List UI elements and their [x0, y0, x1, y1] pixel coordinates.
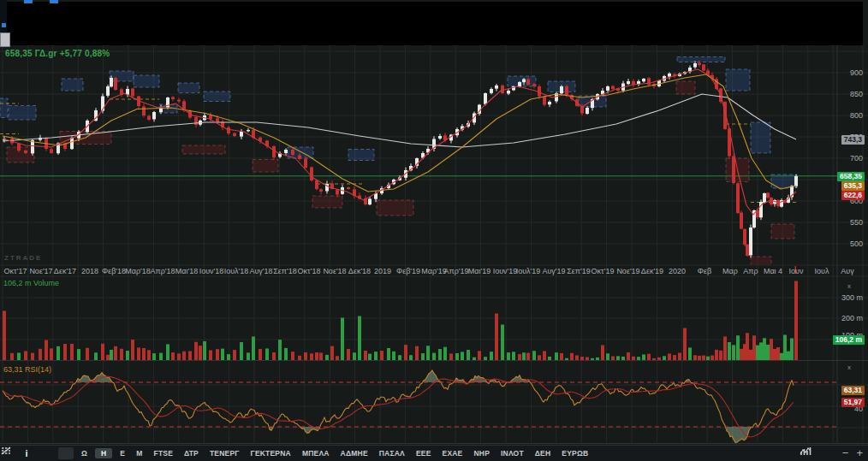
volume-value-badge: 106,2 m: [833, 335, 865, 345]
date-axis-label: Σεπ'18: [273, 267, 297, 275]
info-icon: i: [25, 448, 27, 458]
rsi-indicator-label: 63,31 RSI(14): [3, 365, 51, 374]
watchlist-icon[interactable]: [58, 447, 74, 459]
ma-fast-value-badge: 622,6: [841, 191, 865, 200]
toolbar-ticker-Ω[interactable]: Ω: [78, 448, 91, 458]
date-axis-label: Μαι'19: [468, 267, 490, 275]
toolbar-ticker-ΕΧΑΕ[interactable]: ΕΧΑΕ: [439, 448, 467, 458]
date-axis-label: Νοε'18: [323, 267, 346, 275]
zoom-out-icon[interactable]: −: [842, 447, 849, 458]
volume-pane-close-icon[interactable]: x: [845, 282, 853, 291]
date-axis-label: Αυγ'19: [542, 267, 565, 275]
date-axis-label: Μαρ'19: [421, 267, 447, 275]
toolbar-ticker-ΠΑΣΑΛ[interactable]: ΠΑΣΑΛ: [376, 448, 408, 458]
date-axis-label: Φεβ'18: [102, 267, 126, 275]
axis-tick-label: 500: [829, 239, 863, 248]
date-axis-label: Φεβ: [698, 267, 711, 275]
bottom-toolbar: iΩΗΕΜFTSEΔΤΡΤΕΝΕΡΓΓΕΚΤΕΡΝΑΜΠΕΛΑΑΔΜΗΕΠΑΣΑ…: [0, 445, 868, 461]
bar-chart-icon[interactable]: [821, 447, 835, 459]
toolbar-ticker-ΔΤΡ[interactable]: ΔΤΡ: [181, 448, 202, 458]
date-axis-label: Απρ'18: [150, 267, 175, 275]
toolbar-ticker-FTSE[interactable]: FTSE: [151, 448, 177, 458]
date-axis-label: Αυγ'18: [249, 267, 272, 275]
axis-tick-label: 700: [829, 154, 863, 163]
trading-app: 658,35 ΓΔ.gr +5,77 0,88% 106,2 m Volume …: [0, 0, 868, 461]
ticker-info: 658,35 ΓΔ.gr +5,77 0,88%: [5, 49, 110, 58]
toolbar-ticker-ΓΕΚΤΕΡΝΑ[interactable]: ΓΕΚΤΕΡΝΑ: [247, 448, 294, 458]
date-axis-label: Μαρ: [722, 267, 738, 275]
date-axis-label: Οκτ'19: [592, 267, 615, 275]
date-axis-label: Οκτ'18: [298, 267, 321, 275]
rsi-pane-close-icon[interactable]: x: [845, 363, 853, 372]
chart-canvas[interactable]: [0, 0, 868, 461]
date-axis-label: Αυγ: [841, 267, 853, 275]
rsi-value-badge: 63,31: [841, 386, 865, 395]
date-axis-label: 2019: [374, 267, 391, 275]
date-axis-label: Μαρ'18: [125, 267, 151, 275]
date-axis-label: Μαι'18: [175, 267, 198, 275]
toolbar-ticker-ΙΝΛΟΤ[interactable]: ΙΝΛΟΤ: [497, 448, 527, 458]
date-axis-label: Νοε'17: [29, 267, 52, 275]
topbar-icon: [24, 0, 33, 3]
date-axis-label: 2020: [669, 267, 686, 275]
date-axis-label: Οκτ'17: [4, 267, 27, 275]
date-axis-label: Ιουλ: [815, 267, 829, 275]
trendline-icon[interactable]: [39, 447, 54, 459]
toolbar-ticker-ΔΕΗ[interactable]: ΔΕΗ: [532, 448, 555, 458]
ma-slow-value-badge: 743,3: [841, 135, 865, 145]
topbar-icon: [50, 0, 58, 3]
info-icon[interactable]: i: [19, 447, 34, 459]
toolbar-ticker-ΕΥΡΩΒ[interactable]: ΕΥΡΩΒ: [558, 448, 592, 458]
date-axis-label: Σεπ'19: [567, 267, 591, 275]
date-axis-label: Νοε'19: [616, 267, 639, 275]
date-axis-label: Φεβ'19: [396, 267, 420, 275]
date-axis-label: Ιουλ'18: [224, 267, 249, 275]
rsi-ma-value-badge: 51,97: [841, 398, 865, 407]
toolbar-ticker-Η[interactable]: Η: [95, 448, 112, 458]
last-price-badge: 658,35: [837, 172, 865, 181]
volume-indicator-label: 106,2 m Volume: [3, 279, 59, 287]
axis-tick-label: 550: [829, 218, 863, 227]
toolbar-ticker-Μ[interactable]: Μ: [133, 448, 146, 458]
date-axis-label: Δεκ'17: [54, 267, 76, 275]
axis-tick-label: 300 m: [829, 293, 863, 302]
date-axis-label: Απρ'19: [443, 267, 468, 275]
toolbar-ticker-Ε[interactable]: Ε: [116, 448, 128, 458]
date-axis-label: Δεκ'19: [641, 267, 663, 275]
axis-tick-label: 900: [829, 68, 863, 77]
date-axis-label: Απρ: [743, 267, 758, 275]
date-axis-label: 2018: [81, 267, 98, 275]
toolbar-ticker-ΜΠΕΛΑ[interactable]: ΜΠΕΛΑ: [299, 448, 333, 458]
toolbar-ticker-ΤΕΝΕΡΓ[interactable]: ΤΕΝΕΡΓ: [206, 448, 243, 458]
topbar-redacted: [7, 2, 863, 45]
toolbar-ticker-ΕΕΕ[interactable]: ΕΕΕ: [413, 448, 435, 458]
toolbar-ticker-ΑΔΜΗΕ[interactable]: ΑΔΜΗΕ: [337, 448, 372, 458]
zoom-in-icon[interactable]: +: [856, 447, 863, 458]
toolbar-ticker-ΝΗΡ[interactable]: ΝΗΡ: [471, 448, 494, 458]
axis-tick-label: 200 m: [829, 314, 863, 322]
watermark: ZTRADE: [4, 254, 42, 262]
date-axis-label: Ιουν'18: [199, 267, 224, 275]
side-strip-icon: [2, 23, 6, 27]
axis-tick-label: 800: [829, 111, 863, 120]
date-axis-label: Μαι 4: [764, 267, 782, 275]
side-strip-button[interactable]: [0, 33, 10, 47]
chart-controls: −+: [800, 446, 863, 460]
date-axis-label: Ιουν'19: [493, 267, 518, 275]
ma-med-value-badge: 635,3: [841, 181, 865, 191]
axis-tick-label: 850: [829, 90, 863, 98]
date-axis-label: Ιουν: [789, 267, 804, 275]
date-axis-label: Δεκ'18: [348, 267, 371, 275]
date-axis-label: Ιουλ'19: [516, 267, 541, 275]
